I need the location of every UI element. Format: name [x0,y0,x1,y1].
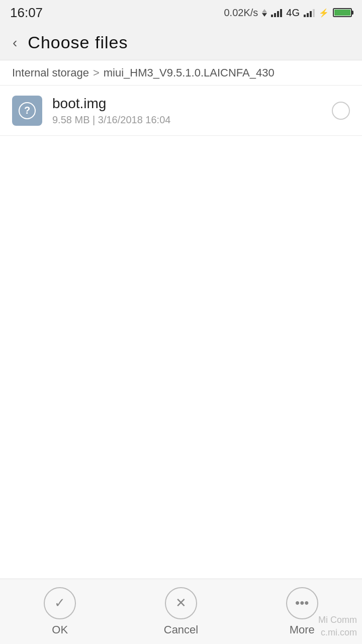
network-speed: 0.02K/s [224,7,258,19]
cancel-label: Cancel [164,623,198,636]
ok-button[interactable]: ✓ OK [44,587,76,636]
signal-bars-icon [271,8,282,17]
page-title: Choose files [28,33,128,52]
ok-label: OK [52,623,68,636]
file-select-radio[interactable] [332,102,350,120]
back-button[interactable]: ‹ [10,33,20,52]
header: ‹ Choose files [0,25,362,60]
network-type: 4G [286,7,300,19]
file-question-icon: ? [19,102,36,119]
breadcrumb: Internal storage > miui_HM3_V9.5.1.0.LAI… [0,60,362,86]
ellipsis-icon: ••• [295,595,309,611]
bottom-bar: ✓ OK ✕ Cancel ••• More [0,579,362,644]
charging-icon: ⚡ [319,8,329,18]
breadcrumb-root[interactable]: Internal storage [12,66,89,79]
breadcrumb-subfolder[interactable]: miui_HM3_V9.5.1.0.LAICNFA_430 [104,66,275,79]
file-name: boot.img [52,96,332,112]
signal-bars2-icon [304,8,315,17]
breadcrumb-separator: > [93,66,100,79]
ok-circle: ✓ [44,587,76,619]
status-right-icons: 0.02K/s 4G ⚡ [224,7,352,19]
watermark-line2: c.mi.com [318,626,357,639]
file-meta-separator: | [93,114,95,125]
more-circle: ••• [286,587,318,619]
file-info: boot.img 9.58 MB | 3/16/2018 16:04 [52,96,332,126]
file-meta: 9.58 MB | 3/16/2018 16:04 [52,114,332,126]
status-time: 16:07 [10,5,43,21]
file-list: ? boot.img 9.58 MB | 3/16/2018 16:04 [0,86,362,136]
file-size: 9.58 MB [52,114,89,125]
checkmark-icon: ✓ [54,595,65,611]
cancel-circle: ✕ [165,587,197,619]
more-label: More [290,623,315,636]
battery-fill [334,10,350,16]
main-content-area [0,136,362,629]
battery-icon [333,8,352,17]
data-arrows-icon [262,9,267,17]
watermark-line1: Mi Comm [318,614,357,626]
more-button[interactable]: ••• More [286,587,318,636]
file-date: 3/16/2018 16:04 [98,114,171,125]
file-type-icon: ? [12,96,42,126]
table-row[interactable]: ? boot.img 9.58 MB | 3/16/2018 16:04 [0,86,362,136]
cancel-button[interactable]: ✕ Cancel [164,587,198,636]
status-bar: 16:07 0.02K/s 4G ⚡ [0,0,362,25]
watermark: Mi Comm c.mi.com [318,614,357,639]
close-icon: ✕ [175,595,187,611]
